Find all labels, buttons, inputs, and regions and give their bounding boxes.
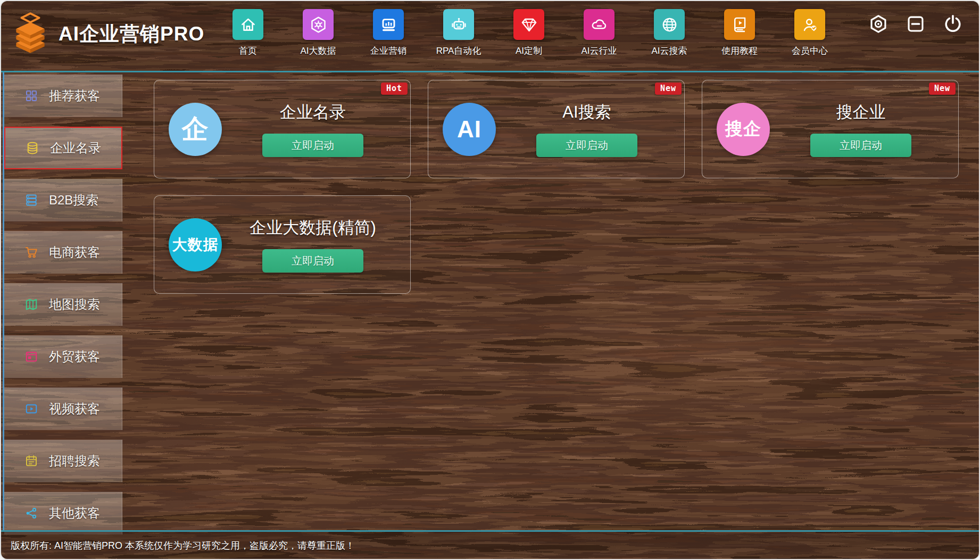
nav-item-tutorial[interactable]: 使用教程	[704, 9, 775, 57]
diamond-icon	[519, 15, 539, 35]
card-title: 企业名录	[280, 101, 346, 123]
card-body: AI搜索 立即启动	[499, 101, 675, 157]
nav-icon-box[interactable]	[513, 9, 544, 40]
cloud-icon	[589, 15, 609, 35]
sidebar-item-recommend-customers[interactable]: 推荐获客	[4, 75, 122, 117]
cards-grid: Hot 企 企业名录 立即启动 New AI AI搜索 立即启动 New 搜企 …	[154, 80, 962, 294]
nav-item-home[interactable]: 首页	[213, 9, 283, 57]
sidebar-item-label: 外贸获客	[49, 348, 100, 365]
nav-item-ai-bigdata[interactable]: AI大数据	[283, 9, 353, 57]
status-badge: New	[929, 83, 956, 95]
sidebar-item-label: 电商获客	[49, 244, 100, 261]
app-title: AI企业营销PRO	[59, 21, 204, 47]
card-title: AI搜索	[562, 101, 611, 123]
sidebar-item-label: 企业名录	[50, 139, 101, 157]
nav-item-label: 首页	[239, 45, 257, 57]
enterprise-bigdata-card: 大数据 企业大数据(精简) 立即启动	[154, 195, 411, 294]
nav-icon-box[interactable]	[584, 9, 614, 40]
nav-icon-box[interactable]	[303, 9, 334, 40]
nav-item-label: RPA自动化	[436, 45, 481, 57]
server-icon	[23, 192, 39, 208]
launch-button[interactable]: 立即启动	[536, 134, 637, 157]
minimize-icon	[904, 13, 927, 35]
nav-icon-box[interactable]	[654, 9, 685, 40]
nav-icon-box[interactable]	[794, 9, 825, 40]
sidebar-item-other-customers[interactable]: 其他获客	[4, 492, 122, 534]
board-icon	[379, 15, 398, 35]
sidebar-item-video-customers[interactable]: 视频获客	[4, 388, 122, 430]
card-body: 企业名录 立即启动	[225, 101, 401, 157]
feature-circle-icon: 搜企	[717, 103, 770, 156]
nav-item-rpa-automation[interactable]: RPA自动化	[423, 9, 494, 57]
sidebar-item-label: B2B搜索	[49, 192, 98, 209]
browser-icon	[23, 349, 39, 365]
nav-item-ai-custom[interactable]: AI定制	[494, 9, 564, 57]
share-icon	[23, 505, 39, 521]
feature-circle-icon: 大数据	[169, 218, 222, 271]
ai-search-card: New AI AI搜索 立即启动	[428, 80, 685, 178]
robot-icon	[449, 15, 469, 35]
titlebar: AI企业营销PRO 首页 AI大数据 企业营销 RPA自动化 AI定制	[1, 1, 979, 72]
feature-circle-icon: 企	[169, 103, 222, 156]
nav-item-label: 使用教程	[721, 45, 758, 57]
database-icon	[24, 140, 40, 156]
sidebar-item-enterprise-directory[interactable]: 企业名录	[4, 127, 122, 169]
power-icon	[942, 13, 964, 35]
nav-item-enterprise-marketing[interactable]: 企业营销	[353, 9, 423, 57]
feature-circle-icon: AI	[443, 103, 496, 156]
window-controls	[867, 13, 964, 35]
sidebar-item-foreign-trade-customers[interactable]: 外贸获客	[4, 335, 122, 378]
nav-item-ai-cloud-search[interactable]: AI云搜索	[634, 9, 704, 57]
card-body: 企业大数据(精简) 立即启动	[225, 217, 401, 273]
enterprise-directory-card: Hot 企 企业名录 立即启动	[154, 80, 411, 178]
nav-item-label: 会员中心	[792, 45, 828, 57]
home-icon	[238, 15, 258, 35]
power-button[interactable]	[942, 13, 964, 35]
chip-icon	[309, 15, 328, 35]
nav-icon-box[interactable]	[724, 9, 755, 40]
sidebar: 推荐获客 企业名录 B2B搜索 电商获客 地图搜索 外贸获客 视频获客 招聘搜索…	[4, 75, 122, 544]
sidebar-item-label: 招聘搜索	[49, 452, 100, 470]
nav-icon-box[interactable]	[232, 9, 263, 40]
search-enterprise-card: New 搜企 搜企业 立即启动	[702, 80, 959, 178]
video-icon	[23, 401, 39, 417]
grid-icon	[23, 88, 39, 104]
sidebar-item-label: 视频获客	[49, 400, 100, 417]
top-nav: 首页 AI大数据 企业营销 RPA自动化 AI定制 AI云行业	[213, 9, 845, 57]
member-icon	[800, 15, 820, 35]
sidebar-item-label: 其他获客	[49, 505, 100, 522]
card-body: 搜企业 立即启动	[773, 101, 949, 157]
card-title: 搜企业	[836, 101, 886, 123]
nav-item-ai-cloud-industry[interactable]: AI云行业	[564, 9, 634, 57]
globe-icon	[660, 15, 679, 35]
card-title: 企业大数据(精简)	[250, 217, 376, 239]
settings-button[interactable]	[867, 13, 890, 35]
nav-item-label: 企业营销	[370, 45, 406, 57]
sidebar-item-b2b-search[interactable]: B2B搜索	[4, 179, 122, 221]
launch-button[interactable]: 立即启动	[262, 249, 363, 273]
app-logo-box: AI企业营销PRO	[11, 6, 204, 62]
status-badge: New	[655, 83, 682, 95]
main-content: Hot 企 企业名录 立即启动 New AI AI搜索 立即启动 New 搜企 …	[122, 75, 975, 530]
sidebar-item-label: 推荐获客	[49, 87, 100, 104]
cart-icon	[23, 244, 39, 260]
map-icon	[23, 297, 39, 312]
minimize-button[interactable]	[904, 13, 927, 35]
sidebar-item-recruitment-search[interactable]: 招聘搜索	[4, 440, 122, 482]
nav-item-label: AI云搜索	[651, 45, 687, 57]
gear-icon	[867, 13, 890, 35]
launch-button[interactable]: 立即启动	[810, 134, 911, 157]
sidebar-item-ecommerce-customers[interactable]: 电商获客	[4, 231, 122, 274]
status-badge: Hot	[381, 83, 408, 95]
sidebar-item-map-search[interactable]: 地图搜索	[4, 283, 122, 326]
app-window: AI企业营销PRO 首页 AI大数据 企业营销 RPA自动化 AI定制	[0, 0, 980, 560]
book-icon	[730, 15, 750, 35]
nav-icon-box[interactable]	[443, 9, 474, 40]
sidebar-item-label: 地图搜索	[49, 296, 100, 313]
copyright-text: 版权所有: AI智能营销PRO 本系统仅作为学习研究之用，盗版必究，请尊重正版！	[11, 539, 355, 552]
launch-button[interactable]: 立即启动	[262, 134, 363, 157]
app-logo-icon	[11, 12, 50, 56]
nav-icon-box[interactable]	[373, 9, 404, 40]
nav-item-label: AI定制	[516, 45, 542, 57]
nav-item-member-center[interactable]: 会员中心	[775, 9, 845, 57]
